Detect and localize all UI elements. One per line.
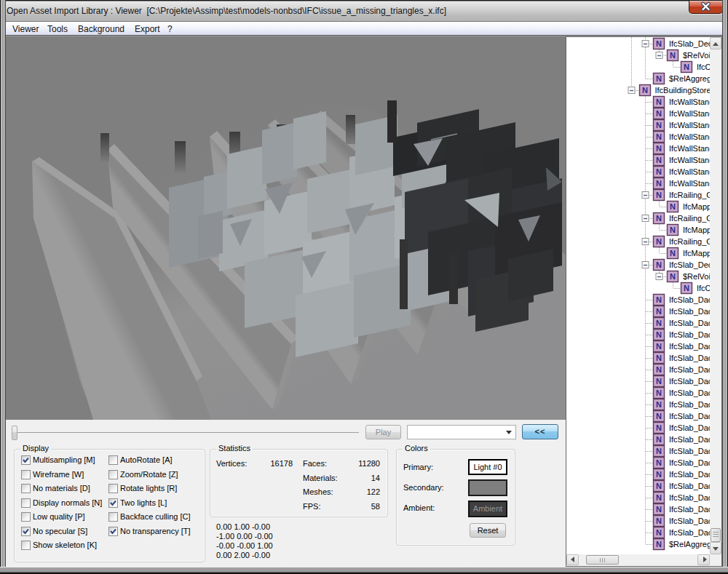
svg-text:N: N bbox=[656, 482, 662, 490]
svg-text:N: N bbox=[656, 388, 662, 397]
svg-text:IfcSlab_Deck: IfcSlab_Deck bbox=[669, 260, 710, 269]
svg-text:N: N bbox=[670, 202, 676, 211]
svg-text:N: N bbox=[670, 249, 676, 258]
svg-text:IfcSlab_Dach: IfcSlab_Dach bbox=[669, 447, 710, 455]
svg-text:N: N bbox=[656, 121, 662, 129]
svg-text:N: N bbox=[656, 493, 662, 502]
svg-text:N: N bbox=[656, 423, 662, 432]
svg-text:N: N bbox=[656, 447, 662, 455]
svg-text:N: N bbox=[656, 400, 662, 409]
svg-text:IfcWallStand: IfcWallStand bbox=[669, 167, 710, 176]
svg-text:IfcWallStand: IfcWallStand bbox=[669, 109, 710, 118]
svg-text:IfcMappe: IfcMappe bbox=[683, 226, 710, 234]
svg-text:IfcSlab_Dach: IfcSlab_Dach bbox=[669, 400, 710, 409]
svg-text:IfcSlab_Dach: IfcSlab_Dach bbox=[669, 482, 710, 490]
svg-text:N: N bbox=[656, 97, 662, 106]
svg-text:IfcSlab_Dach: IfcSlab_Dach bbox=[669, 365, 710, 374]
svg-text:N: N bbox=[670, 51, 676, 60]
svg-text:N: N bbox=[656, 412, 662, 420]
svg-text:N: N bbox=[656, 74, 662, 83]
svg-text:$RelVoid: $RelVoid bbox=[683, 51, 710, 60]
svg-text:IfcSlab_Dach: IfcSlab_Dach bbox=[669, 517, 710, 525]
svg-text:N: N bbox=[656, 517, 662, 525]
svg-text:N: N bbox=[656, 365, 662, 374]
svg-text:N: N bbox=[656, 295, 662, 304]
svg-text:IfcSlab_Dach: IfcSlab_Dach bbox=[669, 528, 710, 537]
svg-text:N: N bbox=[656, 191, 662, 199]
svg-text:$RelVoid: $RelVoid bbox=[683, 272, 710, 281]
svg-text:N: N bbox=[670, 272, 676, 281]
svg-text:IfcRailing_G: IfcRailing_G bbox=[669, 191, 710, 199]
svg-text:N: N bbox=[656, 319, 662, 327]
svg-text:N: N bbox=[656, 214, 662, 223]
svg-text:IfcSlab_Dach: IfcSlab_Dach bbox=[669, 458, 710, 467]
svg-text:N: N bbox=[670, 226, 676, 234]
svg-text:IfcSlab_Dach: IfcSlab_Dach bbox=[669, 295, 710, 304]
svg-text:N: N bbox=[656, 132, 662, 141]
svg-text:IfcSlab_Dach: IfcSlab_Dach bbox=[669, 470, 710, 479]
svg-text:N: N bbox=[684, 63, 689, 71]
svg-text:N: N bbox=[656, 528, 662, 537]
svg-text:N: N bbox=[642, 86, 648, 95]
svg-text:IfcSlab_Dach: IfcSlab_Dach bbox=[669, 377, 710, 386]
svg-text:IfcSlab_Deck: IfcSlab_Deck bbox=[669, 39, 710, 48]
svg-text:IfcMappe: IfcMappe bbox=[683, 249, 710, 258]
svg-text:IfcSlab_Dach: IfcSlab_Dach bbox=[669, 354, 710, 362]
svg-text:N: N bbox=[656, 435, 662, 444]
svg-text:IfcWallStand: IfcWallStand bbox=[669, 97, 710, 106]
svg-text:$RelAggreg: $RelAggreg bbox=[669, 540, 710, 549]
svg-text:N: N bbox=[656, 179, 662, 188]
svg-text:N: N bbox=[656, 342, 662, 351]
svg-text:IfcSlab_Dach: IfcSlab_Dach bbox=[669, 435, 710, 444]
svg-text:N: N bbox=[656, 237, 662, 246]
svg-text:N: N bbox=[656, 470, 662, 479]
svg-text:N: N bbox=[656, 377, 662, 386]
svg-text:N: N bbox=[656, 109, 662, 118]
svg-text:IfcSlab_Dach: IfcSlab_Dach bbox=[669, 412, 710, 420]
svg-text:IfcBuildingStorey: IfcBuildingStorey bbox=[655, 86, 711, 95]
svg-text:IfcMappe: IfcMappe bbox=[683, 202, 710, 211]
svg-text:IfcSlab_Dach: IfcSlab_Dach bbox=[669, 493, 710, 502]
svg-text:IfcSlab_Dach: IfcSlab_Dach bbox=[669, 505, 710, 514]
svg-text:IfcWallStand: IfcWallStand bbox=[669, 121, 710, 129]
svg-text:IfcWallStand: IfcWallStand bbox=[669, 156, 710, 164]
svg-text:IfcRailing_G: IfcRailing_G bbox=[669, 214, 710, 223]
svg-text:IfcSlab_Dach: IfcSlab_Dach bbox=[669, 330, 710, 339]
svg-text:N: N bbox=[656, 167, 662, 176]
svg-text:N: N bbox=[656, 260, 662, 269]
svg-text:IfcWallStand: IfcWallStand bbox=[669, 144, 710, 153]
svg-text:IfcWallStand: IfcWallStand bbox=[669, 132, 710, 141]
svg-text:IfcWallStand: IfcWallStand bbox=[669, 179, 710, 188]
svg-text:IfcSlab_Dach: IfcSlab_Dach bbox=[669, 319, 710, 327]
svg-text:IfcSlab_Dach: IfcSlab_Dach bbox=[669, 342, 710, 351]
svg-text:N: N bbox=[656, 330, 662, 339]
svg-text:IfcCo: IfcCo bbox=[697, 284, 710, 292]
svg-text:N: N bbox=[656, 354, 662, 362]
svg-text:IfcSlab_Dach: IfcSlab_Dach bbox=[669, 423, 710, 432]
svg-text:N: N bbox=[656, 156, 662, 164]
svg-text:IfcSlab_Dach: IfcSlab_Dach bbox=[669, 307, 710, 316]
svg-text:N: N bbox=[656, 540, 662, 549]
svg-text:N: N bbox=[684, 284, 689, 292]
svg-text:N: N bbox=[656, 39, 662, 48]
svg-text:IfcSlab_Dach: IfcSlab_Dach bbox=[669, 388, 710, 397]
svg-text:$RelAggreg: $RelAggreg bbox=[669, 74, 710, 83]
svg-text:IfcCo: IfcCo bbox=[697, 63, 710, 71]
svg-text:N: N bbox=[656, 144, 662, 153]
svg-text:N: N bbox=[656, 458, 662, 467]
svg-text:N: N bbox=[656, 307, 662, 316]
svg-text:IfcRailing_G: IfcRailing_G bbox=[669, 237, 710, 246]
svg-text:N: N bbox=[656, 505, 662, 514]
